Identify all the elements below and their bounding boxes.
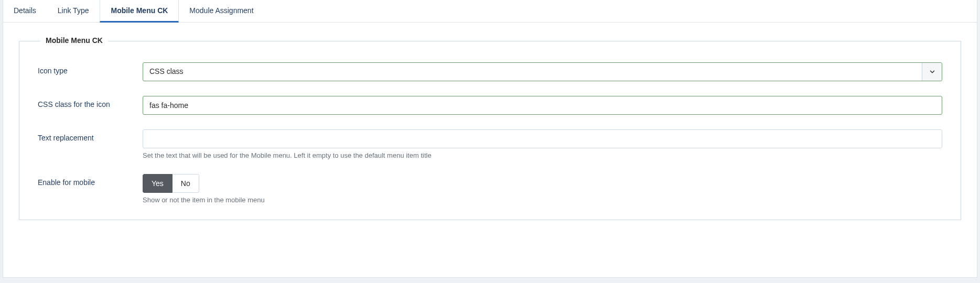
help-enable-mobile: Show or not the item in the mobile menu <box>143 196 942 204</box>
settings-panel: Details Link Type Mobile Menu CK Module … <box>3 0 977 278</box>
label-icon-type: Icon type <box>38 62 143 75</box>
select-icon-type[interactable]: CSS class <box>143 62 942 81</box>
tab-module-assignment[interactable]: Module Assignment <box>179 0 264 22</box>
input-css-class[interactable] <box>143 96 942 115</box>
select-icon-type-value: CSS class <box>143 63 922 81</box>
row-text-replacement: Text replacement Set the text that will … <box>38 129 942 159</box>
label-css-class: CSS class for the icon <box>38 96 143 108</box>
help-text-replacement: Set the text that will be used for the M… <box>143 151 942 159</box>
row-enable-mobile: Enable for mobile Yes No Show or not the… <box>38 174 942 204</box>
tab-bar: Details Link Type Mobile Menu CK Module … <box>3 0 977 23</box>
fieldset-legend: Mobile Menu CK <box>40 36 108 45</box>
row-icon-type: Icon type CSS class <box>38 62 942 81</box>
tab-mobile-menu-ck[interactable]: Mobile Menu CK <box>100 0 179 23</box>
toggle-no[interactable]: No <box>173 174 199 193</box>
chevron-down-icon <box>922 63 942 81</box>
toggle-yes[interactable]: Yes <box>143 174 173 193</box>
row-css-class: CSS class for the icon <box>38 96 942 115</box>
label-text-replacement: Text replacement <box>38 129 143 142</box>
tab-content: Mobile Menu CK Icon type CSS class CSS c… <box>3 23 977 236</box>
tab-details[interactable]: Details <box>3 0 47 22</box>
label-enable-mobile: Enable for mobile <box>38 174 143 187</box>
mobile-menu-fieldset: Mobile Menu CK Icon type CSS class CSS c… <box>19 41 961 220</box>
tab-link-type[interactable]: Link Type <box>47 0 100 22</box>
toggle-enable-mobile: Yes No <box>143 174 199 193</box>
input-text-replacement[interactable] <box>143 129 942 148</box>
